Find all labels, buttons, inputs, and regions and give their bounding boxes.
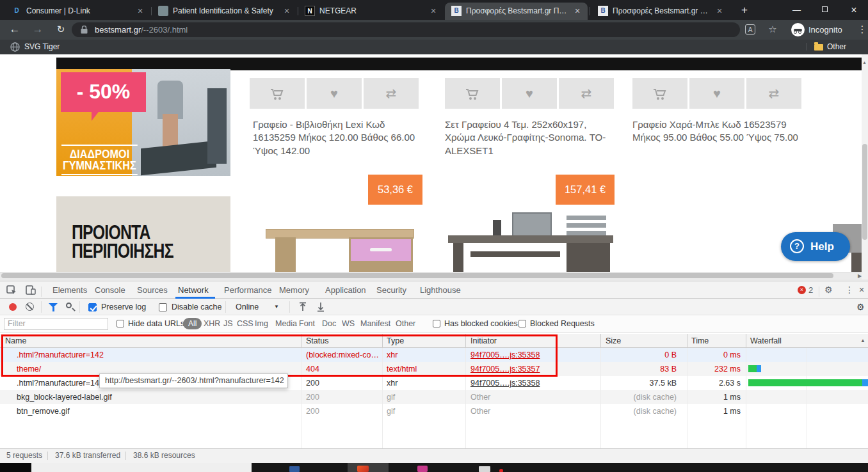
tab-close-icon[interactable]: × (571, 3, 584, 20)
taskbar-app-icon[interactable] (357, 466, 369, 472)
other-bookmarks-button[interactable]: Other bookmarks (827, 40, 868, 54)
url-text[interactable]: bestsmart.gr/--2603/.html (95, 22, 188, 37)
devtools-tab-security[interactable]: Security (376, 281, 406, 299)
hide-data-urls-checkbox[interactable] (117, 320, 124, 327)
sort-arrow-icon[interactable]: ▲ (860, 334, 865, 348)
browser-menu-kebab-icon[interactable]: ⋮ (854, 20, 868, 40)
filter-type-css[interactable]: CSS (237, 315, 253, 333)
filter-type-img[interactable]: Img (255, 315, 268, 333)
devtools-tab-elements[interactable]: Elements (52, 281, 87, 299)
devtools-tab-memory[interactable]: Memory (279, 281, 309, 299)
preserve-log-label[interactable]: Preserve log (101, 299, 146, 315)
promo-banner-treadmills[interactable]: - 50% ΔΙΑΔΡΟΜΟΙ ΓΥΜΝΑΣΤΙΚΗΣ (56, 69, 230, 176)
tab-close-icon[interactable]: × (134, 3, 147, 20)
devtools-menu-kebab-icon[interactable]: ⋮ (845, 281, 854, 299)
taskbar-start-area[interactable] (0, 463, 31, 472)
blocked-requests-label[interactable]: Blocked Requests (530, 315, 595, 333)
filter-type-doc[interactable]: Doc (322, 315, 336, 333)
new-tab-button[interactable]: + (735, 0, 754, 20)
filter-type-xhr[interactable]: XHR (204, 315, 220, 333)
devtools-tab-lighthouse[interactable]: Lighthouse (420, 281, 461, 299)
add-to-cart-button[interactable] (632, 78, 687, 109)
taskbar-app-icon[interactable] (289, 466, 300, 472)
filter-type-ws[interactable]: WS (342, 315, 355, 333)
wishlist-button[interactable]: ♥ (307, 78, 362, 109)
filter-input[interactable]: Filter (4, 318, 108, 330)
tab-close-icon[interactable]: × (713, 3, 726, 20)
has-blocked-cookies-label[interactable]: Has blocked cookies (444, 315, 518, 333)
taskbar-app-icon[interactable] (479, 466, 490, 472)
add-to-cart-button[interactable] (445, 78, 500, 109)
inspect-element-icon[interactable] (6, 285, 17, 295)
add-to-cart-button[interactable] (250, 78, 305, 109)
back-icon[interactable]: ← (6, 20, 23, 40)
error-badge-icon[interactable]: × (798, 286, 806, 294)
filter-funnel-icon[interactable] (49, 303, 58, 308)
bookmark-svg-tiger[interactable]: SVG Tiger (24, 40, 60, 54)
product-title[interactable]: Γραφείο - Βιβλιοθήκη Lexi Κωδ 16135259 Μ… (253, 118, 421, 157)
filter-type-all[interactable]: All (183, 318, 202, 329)
request-name[interactable]: btn_remove.gif (17, 404, 292, 418)
browser-tab-patient-safety[interactable]: Patient Identification & Safety × (152, 3, 297, 20)
taskbar-app-icon[interactable] (417, 466, 428, 472)
filter-type-js[interactable]: JS (223, 315, 233, 333)
disable-cache-checkbox[interactable] (159, 303, 167, 311)
devtools-tab-network[interactable]: Network (178, 281, 209, 299)
tab-close-icon[interactable]: × (280, 3, 293, 20)
request-name[interactable]: bkg_block-layered-label.gif (17, 390, 292, 404)
export-har-icon[interactable] (316, 302, 325, 312)
has-blocked-cookies-checkbox[interactable] (433, 320, 440, 327)
chevron-down-icon[interactable]: ▼ (274, 299, 279, 315)
taskbar-active-app-button[interactable] (31, 463, 252, 472)
product-title[interactable]: Σετ Γραφείου 4 Τεμ. 252x60x197, Χρώμα Λε… (445, 118, 615, 157)
devtools-settings-gear-icon[interactable]: ⚙ (824, 281, 833, 299)
browser-tab-bestsmart-active[interactable]: B Προσφορές Bestsmart.gr Παιδ × (445, 3, 588, 20)
forward-icon[interactable]: → (29, 20, 46, 40)
filter-type-media[interactable]: Media (275, 315, 297, 333)
hide-data-urls-label[interactable]: Hide data URLs (128, 315, 184, 333)
blocked-requests-checkbox[interactable] (518, 320, 526, 327)
window-close-button[interactable]: × (840, 0, 868, 20)
wishlist-button[interactable]: ♥ (689, 78, 744, 109)
vertical-scrollbar-thumb[interactable] (862, 144, 867, 240)
devtools-tab-performance[interactable]: Performance (224, 281, 271, 299)
translate-icon[interactable]: A (745, 24, 755, 35)
window-minimize-button[interactable]: — (782, 0, 811, 20)
filter-type-font[interactable]: Font (299, 315, 315, 333)
compare-button[interactable]: ⇄ (559, 78, 614, 109)
horizontal-scrollbar-thumb[interactable] (1, 273, 833, 278)
help-button[interactable]: ? Help (781, 232, 850, 261)
column-waterfall[interactable]: Waterfall (750, 334, 782, 348)
clear-network-log-icon[interactable] (26, 303, 34, 311)
globe-icon[interactable] (10, 42, 20, 52)
record-network-log-button[interactable] (9, 303, 17, 311)
throttling-dropdown[interactable]: Online (236, 299, 259, 315)
filter-type-other[interactable]: Other (396, 315, 415, 333)
filter-type-manifest[interactable]: Manifest (360, 315, 390, 333)
devtools-tab-application[interactable]: Application (325, 281, 366, 299)
column-time[interactable]: Time (691, 334, 709, 348)
column-size[interactable]: Size (606, 334, 621, 348)
browser-tab-bestsmart-2[interactable]: B Προσφορές Bestsmart.gr Παιδ × (591, 3, 730, 20)
error-count[interactable]: 2 (808, 281, 813, 299)
network-settings-gear-icon[interactable]: ⚙ (856, 299, 865, 315)
scroll-up-arrow-icon[interactable]: ▲ (862, 59, 867, 66)
devtools-close-icon[interactable]: × (859, 281, 864, 299)
device-toolbar-icon[interactable] (26, 285, 36, 295)
product-title[interactable]: Γραφείο Χαρά-Μπλε Κωδ 16523579 Μήκος 95.… (632, 118, 805, 145)
window-restore-button[interactable] (811, 0, 840, 20)
browser-tab-dlink[interactable]: D Consumer | D-Link × (5, 3, 150, 20)
devtools-tab-sources[interactable]: Sources (137, 281, 168, 299)
promo-banner-care-products[interactable]: ΠΡΟΙΟΝΤΑ ΠΕΡΙΠΟΙΗΣΗΣ (56, 196, 230, 272)
import-har-icon[interactable] (298, 302, 307, 312)
wishlist-button[interactable]: ♥ (502, 78, 557, 109)
compare-button[interactable]: ⇄ (746, 78, 801, 109)
preserve-log-checkbox[interactable] (88, 303, 97, 311)
bookmark-star-icon[interactable]: ☆ (764, 20, 781, 40)
compare-button[interactable]: ⇄ (364, 78, 419, 109)
reload-icon[interactable]: ↻ (52, 20, 69, 40)
devtools-tab-console[interactable]: Console (95, 281, 125, 299)
request-initiator-link[interactable]: 94f7005….js:35358 (470, 376, 592, 390)
browser-tab-netgear[interactable]: N NETGEAR × (298, 3, 444, 20)
search-icon[interactable] (66, 303, 72, 308)
